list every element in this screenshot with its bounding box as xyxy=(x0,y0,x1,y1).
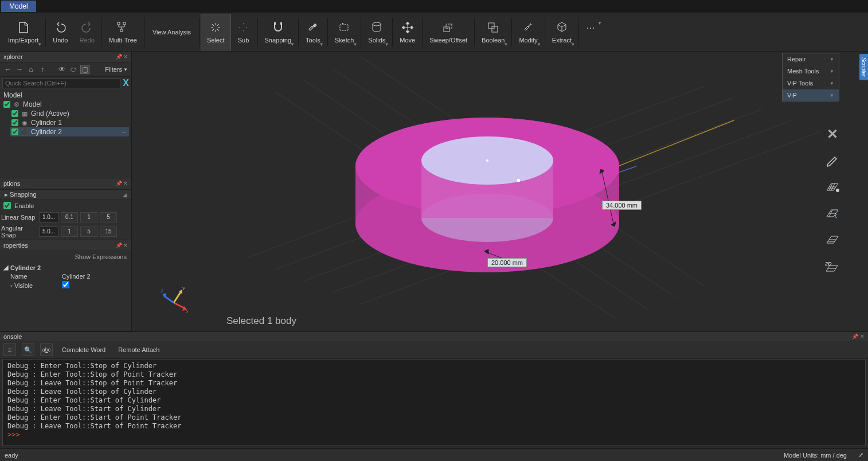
abc-icon[interactable]: abc xyxy=(40,343,53,356)
move-button[interactable]: Move xyxy=(394,14,421,50)
grid-refresh-icon[interactable] xyxy=(824,205,840,221)
redo-button[interactable]: Redo xyxy=(73,14,100,50)
import-export-button[interactable]: Imp/Export ▼ xyxy=(2,14,44,50)
svg-rect-17 xyxy=(340,25,348,30)
close-icon[interactable]: ✕ xyxy=(123,54,128,60)
chevron-down-icon: ▼ xyxy=(537,42,541,47)
pin-icon[interactable]: 📌 xyxy=(116,54,122,60)
home-icon[interactable]: ⌂ xyxy=(26,65,36,74)
explorer-header: xplorer 📌✕ xyxy=(0,52,131,62)
svg-marker-25 xyxy=(411,26,413,29)
chevron-down-icon: ▼ xyxy=(504,42,509,47)
sweep-icon xyxy=(441,21,455,34)
side-tools: ✕ 2D xyxy=(824,126,840,274)
viptools-menu-item[interactable]: ViP Tools▼ xyxy=(783,77,839,89)
axis-gizmo[interactable]: X Y Z xyxy=(159,286,188,314)
back-icon[interactable]: ← xyxy=(3,65,13,74)
svg-line-9 xyxy=(217,24,219,26)
tree-root[interactable]: Model xyxy=(2,91,129,100)
pencil-icon[interactable] xyxy=(824,153,840,169)
chevron-down-icon: ▼ xyxy=(384,42,389,47)
close-tool-icon[interactable]: ✕ xyxy=(824,126,840,142)
eye-icon[interactable]: 👁 xyxy=(57,65,67,74)
search-input[interactable] xyxy=(2,78,120,88)
complete-word-button[interactable]: Complete Word xyxy=(58,345,109,354)
link-icon[interactable]: ⬭ xyxy=(69,65,78,74)
linear-btn-5[interactable]: 5 xyxy=(100,212,117,222)
list-icon[interactable]: ≡ xyxy=(3,343,16,356)
cylinder-icon: ⬛ xyxy=(21,128,29,136)
tree-model[interactable]: ⚙ Model xyxy=(2,100,129,109)
scripter-tab[interactable]: Scripter xyxy=(859,54,868,80)
clear-search-icon[interactable]: X xyxy=(123,78,129,88)
svg-rect-15 xyxy=(274,22,276,25)
tools-button[interactable]: Tools ▼ xyxy=(300,14,326,50)
title-tab[interactable]: Model xyxy=(1,1,36,12)
enable-row: Enable xyxy=(0,200,131,211)
angular-btn-1[interactable]: 1 xyxy=(61,226,78,237)
svg-rect-1 xyxy=(123,22,126,25)
svg-line-53 xyxy=(174,303,185,308)
view-analysis-button[interactable]: View Analysis xyxy=(146,24,198,40)
tree: Model ⚙ Model ▦ Grid (Active) ◉ Cylinder… xyxy=(0,89,131,138)
multitree-button[interactable]: Multi-Tree xyxy=(103,14,143,50)
viewport[interactable]: 34.000 mm 20.000 mm X Y Z Selected 1 bod… xyxy=(132,52,868,331)
wrench-icon xyxy=(306,21,320,34)
filters-button[interactable]: Filters ▼ xyxy=(105,66,128,73)
search-icon[interactable]: 🔍 xyxy=(22,343,34,356)
undo-button[interactable]: Undo xyxy=(47,14,73,50)
extract-button[interactable]: Extract ▼ xyxy=(546,14,577,50)
more-button[interactable]: …▼ xyxy=(580,21,608,44)
angular-btn-5[interactable]: 5 xyxy=(80,226,97,237)
solids-button[interactable]: Solids ▼ xyxy=(362,14,391,50)
svg-rect-16 xyxy=(280,22,282,25)
svg-line-55 xyxy=(174,291,181,303)
vip-menu-item[interactable]: ViP▼ xyxy=(783,89,839,101)
show-expressions-button[interactable]: Show Expressions xyxy=(0,251,131,263)
sweep-offset-button[interactable]: Sweep/Offset xyxy=(424,14,473,50)
tree-item-cylinder2[interactable]: ⬛ Cylinder 2 ← xyxy=(10,127,129,136)
snapping-section[interactable]: ▸ Snapping ◢ xyxy=(0,189,131,200)
sub-button[interactable]: Sub xyxy=(231,14,256,50)
linear-snap-input[interactable]: 1.0... xyxy=(39,212,58,222)
angular-snap-input[interactable]: 5.0... xyxy=(39,226,58,237)
svg-text:Z: Z xyxy=(161,288,163,294)
enable-checkbox[interactable] xyxy=(3,202,11,209)
undo-icon xyxy=(53,21,67,34)
modify-button[interactable]: Modify ▼ xyxy=(513,14,543,50)
visible-checkbox[interactable] xyxy=(62,281,69,288)
meshtools-menu-item[interactable]: Mesh Tools▼ xyxy=(783,65,839,77)
box-icon[interactable]: ▢ xyxy=(80,65,89,74)
grid-tool-icon[interactable] xyxy=(824,179,840,195)
repair-menu-item[interactable]: Repair▼ xyxy=(783,53,839,65)
svg-line-7 xyxy=(212,24,214,26)
dimension-outer[interactable]: 34.000 mm xyxy=(602,201,642,210)
tree-item-grid[interactable]: ▦ Grid (Active) xyxy=(10,109,129,118)
svg-line-8 xyxy=(217,29,219,31)
select-button[interactable]: Select xyxy=(201,14,231,50)
statusbar: eady Model Units: mm / deg ⤢ xyxy=(0,448,868,461)
svg-rect-26 xyxy=(444,27,449,32)
forward-icon[interactable]: → xyxy=(15,65,24,74)
linear-btn-01[interactable]: 0.1 xyxy=(61,212,78,222)
dimension-inner[interactable]: 20.000 mm xyxy=(487,258,527,267)
svg-point-19 xyxy=(373,22,381,26)
model-checkbox[interactable] xyxy=(3,101,10,108)
boolean-button[interactable]: Boolean ▼ xyxy=(476,14,510,50)
tree-item-cylinder1[interactable]: ◉ Cylinder 1 xyxy=(10,118,129,127)
up-icon[interactable]: ↑ xyxy=(38,65,47,74)
console-prompt[interactable]: >>> xyxy=(7,431,861,439)
console-output[interactable]: Debug : Enter Tool::Stop of Cylinder Deb… xyxy=(2,359,866,446)
remote-attach-button[interactable]: Remote Attach xyxy=(115,345,163,354)
console-panel: onsole 📌 ✕ ≡ 🔍 abc Complete Word Remote … xyxy=(0,331,868,448)
prop-group[interactable]: ◢Cylinder 2 xyxy=(0,263,131,272)
sketch-button[interactable]: Sketch ▼ xyxy=(329,14,360,50)
angular-btn-15[interactable]: 15 xyxy=(100,226,117,237)
grid-3d-icon[interactable] xyxy=(824,232,840,248)
linear-snap-row: Linear Snap 1.0... 0.1 1 5 xyxy=(0,211,131,224)
extract-icon xyxy=(555,21,569,34)
linear-btn-1[interactable]: 1 xyxy=(80,212,97,222)
expand-icon[interactable]: ⤢ xyxy=(858,451,863,459)
grid-2d-icon[interactable]: 2D xyxy=(824,258,840,274)
snapping-button[interactable]: Snapping ▼ xyxy=(259,14,298,50)
